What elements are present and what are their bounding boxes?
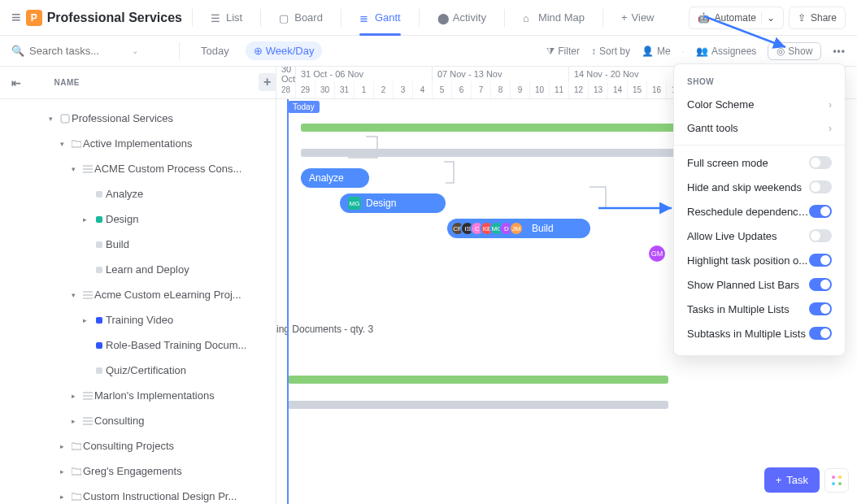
tree-label: Quiz/Certification [106,364,186,376]
me-button[interactable]: 👤Me [642,46,671,57]
search-field[interactable] [29,45,127,57]
assignees-button[interactable]: 👥Assignees [696,46,756,57]
share-icon: ⇪ [798,12,806,24]
tree-label: Active Implementations [83,137,192,150]
day-header: 9 [511,81,530,98]
toggle-switch[interactable] [809,156,832,169]
tree-node[interactable]: ▸Greg's Engagements [0,458,276,484]
tab-gantt[interactable]: ≣Gantt [351,0,409,36]
tree-label: Custom Instructional Design Pr... [83,490,237,502]
tree-node[interactable]: Learn and Deploy [0,257,276,282]
day-header: 5 [433,81,452,98]
panel-toggle[interactable]: Allow Live Updates [674,224,845,248]
task-bar-design[interactable]: MGDesign [340,193,446,213]
sortby-button[interactable]: ↕Sort by [591,46,630,57]
panel-toggle[interactable]: Highlight task position o... [674,248,845,272]
panel-heading: SHOW [674,74,845,93]
task-tree: ▾Professional Services▾Active Implementa… [0,99,276,504]
toggle-switch[interactable] [809,180,832,193]
search-icon: 🔍 [11,45,24,57]
svg-point-16 [838,476,842,479]
chevron-right-icon: › [829,123,832,134]
tree-node[interactable]: ▸Custom Instructional Design Pr... [0,484,276,504]
tree-node[interactable]: Role-Based Training Docum... [0,332,276,358]
toggle-switch[interactable] [809,254,832,267]
tab-add-view[interactable]: +View [613,0,663,36]
tab-activity[interactable]: ⬤Activity [429,0,494,36]
filter-icon: ⧩ [546,46,555,57]
day-header: 4 [413,81,433,98]
apps-button[interactable] [824,468,849,493]
tab-board[interactable]: ▢Board [271,0,331,36]
list-timeline-bar[interactable] [288,376,668,384]
tree-node[interactable]: ▸Consulting Projects [0,433,276,458]
new-task-button[interactable]: +Task [764,467,820,493]
workspace-badge: P [26,10,42,26]
tree-node[interactable]: ▸Consulting [0,408,276,433]
panel-toggle[interactable]: Hide and skip weekends [674,175,845,199]
tree-node[interactable]: Analyze [0,181,276,206]
panel-toggle[interactable]: Show Planned List Bars [674,272,845,297]
toggle-switch[interactable] [809,229,832,242]
add-button[interactable]: + [259,73,276,91]
panel-toggle[interactable]: Reschedule dependenci... [674,199,845,224]
tree-node[interactable]: ▾Active Implementations [0,131,276,156]
dot-icon [93,317,106,324]
task-bar-build[interactable]: CRISCKBMGDJMBuild [447,219,590,238]
plus-icon: + [621,11,628,24]
tab-mindmap[interactable]: ⌂Mind Map [515,0,593,36]
tree-node[interactable]: Build [0,232,276,257]
more-button[interactable]: ••• [833,46,846,57]
avatar: JM [509,221,524,236]
chevron-down-icon[interactable]: ⌄ [132,46,138,55]
share-button[interactable]: ⇪Share [789,7,846,29]
svg-point-15 [832,476,835,479]
zoom-button[interactable]: ⊕Week/Day [246,41,323,60]
tree-label: Training Video [106,314,173,326]
tree-node[interactable]: ▾Acme Custom eLearning Proj... [0,282,276,307]
day-header: 11 [550,81,569,98]
today-button[interactable]: Today [193,41,237,60]
list-timeline-bar[interactable] [288,401,668,409]
toggle-switch[interactable] [809,205,832,218]
show-button[interactable]: ◎Show [768,42,821,60]
tree-node[interactable]: ▾ACME Custom Process Cons... [0,156,276,181]
tree-node[interactable]: ▸Training Video [0,307,276,332]
list-icon [81,392,94,400]
avatar[interactable]: GM [649,245,665,262]
day-header: 7 [472,81,491,98]
filter-button[interactable]: ⧩Filter [546,46,580,57]
panel-option[interactable]: Color Scheme› [674,93,845,116]
tree-label: Professional Services [72,112,173,124]
tree-label: Analyze [106,188,143,200]
tree-label: Acme Custom eLearning Proj... [94,289,241,301]
tree-node[interactable]: ▸Marlon's Implementations [0,383,276,408]
tree-node[interactable]: ▾Professional Services [0,106,276,131]
task-bar-analyze[interactable]: Analyze [301,168,369,188]
gantt-icon: ≣ [359,12,371,24]
day-header: 8 [491,81,511,98]
folder-icon [70,467,83,476]
panel-toggle[interactable]: Full screen mode [674,150,845,175]
panel-toggle[interactable]: Subtasks in Multiple Lists [674,321,845,345]
collapse-icon[interactable]: ⇤ [11,76,22,89]
toggle-switch[interactable] [809,278,832,291]
board-icon: ▢ [279,12,290,24]
list-icon [81,165,94,173]
list-timeline-bar[interactable] [301,149,691,157]
menu-icon[interactable]: ≡ [11,8,21,27]
toggle-switch[interactable] [809,327,832,340]
dot-icon [93,191,106,198]
tree-node[interactable]: ▸Design [0,206,276,232]
panel-option[interactable]: Gantt tools› [674,116,845,140]
tree-node[interactable]: Quiz/Certification [0,358,276,383]
panel-toggle[interactable]: Tasks in Multiple Lists [674,297,845,321]
toggle-switch[interactable] [809,302,832,315]
folder-icon [70,493,83,501]
tab-list[interactable]: ☰List [202,0,250,36]
automate-button[interactable]: 🤖Automate⌄ [689,7,784,29]
search-input[interactable]: 🔍 ⌄ [11,45,166,57]
list-timeline-bar[interactable] [301,124,691,132]
sort-icon: ↕ [591,46,596,57]
robot-icon: 🤖 [698,12,710,24]
